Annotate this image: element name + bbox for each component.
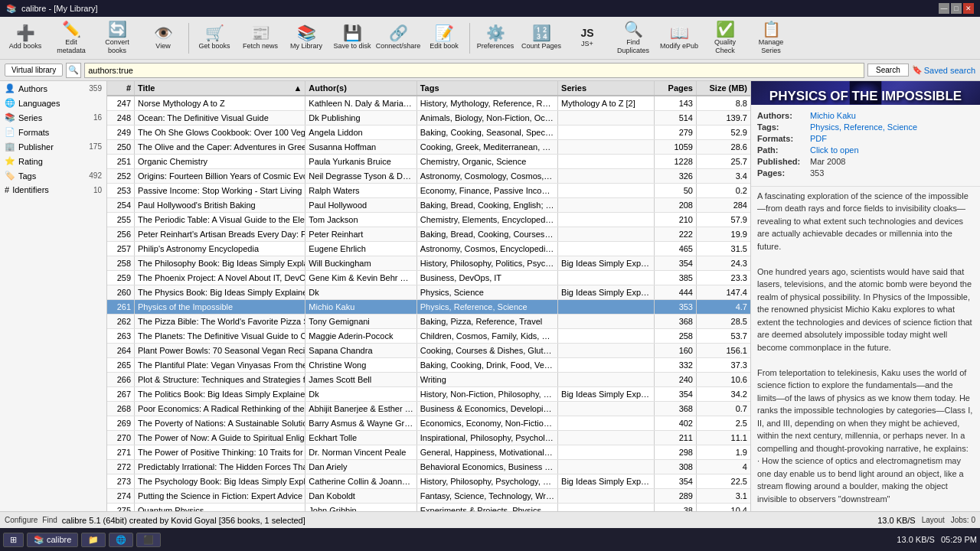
table-row[interactable]: 268 Poor Economics: A Radical Rethinking… [107, 402, 750, 416]
table-row[interactable]: 258 The Philosophy Book: Big Ideas Simpl… [107, 256, 750, 271]
connect-share-button[interactable]: 🔗 Connect/share [376, 19, 420, 57]
cell-tags: Baking, Cooking, Drink, Food, Vegan, Veg… [417, 358, 558, 372]
search-icon-box[interactable]: 🔍 [66, 63, 81, 78]
cell-author: Kathleen N. Daly & Marian ... [305, 96, 416, 110]
taskbar-browser[interactable]: 🌐 [109, 533, 133, 547]
table-row[interactable]: 260 The Physics Book: Big Ideas Simply E… [107, 285, 750, 300]
my-library-button[interactable]: 📚 My Library [284, 19, 328, 57]
layout-button[interactable]: Layout [922, 516, 945, 524]
table-row[interactable]: 266 Plot & Structure: Techniques and Str… [107, 373, 750, 387]
close-button[interactable]: ✕ [963, 3, 974, 14]
col-header-author[interactable]: Author(s) [305, 81, 416, 95]
table-row[interactable]: 273 The Psychology Book: Big Ideas Simpl… [107, 474, 750, 489]
save-to-disk-button[interactable]: 💾 Save to disk [330, 19, 374, 57]
modify-epub-button[interactable]: 📖 Modify ePub [657, 19, 701, 57]
cell-tags: Experiments & Projects, Physics, Quantum… [417, 504, 558, 511]
get-books-button[interactable]: 🛒 Get books [192, 19, 237, 57]
minimize-button[interactable]: — [939, 3, 949, 14]
table-row[interactable]: 263 The Planets: The Definitive Visual G… [107, 329, 750, 344]
jobs-button[interactable]: Jobs: 0 [951, 516, 975, 524]
col-header-title[interactable]: Title ▲ [135, 81, 305, 95]
table-row[interactable]: 253 Passive Income: Stop Working - Start… [107, 184, 750, 198]
table-row[interactable]: 271 The Power of Positive Thinking: 10 T… [107, 445, 750, 460]
sidebar-item-languages[interactable]: 🌐 Languages [0, 96, 106, 110]
quality-check-button[interactable]: ✅ Quality Check [703, 19, 747, 57]
meta-tags-value[interactable]: Physics, Reference, Science [810, 122, 917, 132]
taskbar-terminal[interactable]: ⬛ [136, 533, 161, 547]
table-row[interactable]: 250 The Olive and the Caper: Adventures … [107, 140, 750, 155]
col-header-series[interactable]: Series [558, 81, 655, 95]
find-duplicates-button[interactable]: 🔍 Find Duplicates [611, 19, 655, 57]
cell-num: 249 [107, 126, 135, 139]
col-header-pages[interactable]: Pages [655, 81, 697, 95]
col-header-size[interactable]: Size (MB) [697, 81, 750, 95]
col-header-tags[interactable]: Tags [417, 81, 558, 95]
preferences-button[interactable]: ⚙️ Preferences [473, 19, 518, 57]
sidebar-item-publisher[interactable]: 🏢 Publisher 175 [0, 139, 106, 154]
table-row[interactable]: 275 Quantum Physics John Gribbin Experim… [107, 504, 750, 511]
tags-icon: 🏷️ [5, 171, 15, 181]
taskbar-calibre[interactable]: 📚 calibre [27, 533, 78, 547]
edit-metadata-button[interactable]: ✏️ Edit metadata [49, 19, 93, 57]
meta-pages-value: 353 [810, 168, 824, 178]
table-row[interactable]: 261 Physics of the Impossible Michio Kak… [107, 300, 750, 315]
meta-authors-value[interactable]: Michio Kaku [810, 111, 856, 120]
cell-author: Sapana Chandra [305, 344, 416, 357]
save-to-disk-label: Save to disk [333, 42, 371, 51]
sidebar-item-identifiers[interactable]: # Identifiers 10 [0, 183, 106, 197]
view-button[interactable]: 👁️ View [141, 19, 185, 57]
count-pages-button[interactable]: 🔢 Count Pages [519, 19, 564, 57]
table-row[interactable]: 264 Plant Power Bowls: 70 Seasonal Vegan… [107, 344, 750, 358]
cell-series [558, 402, 655, 416]
table-row[interactable]: 252 Origins: Fourteen Billion Years of C… [107, 169, 750, 184]
table-row[interactable]: 259 The Phoenix Project: A Novel About I… [107, 271, 750, 285]
table-row[interactable]: 249 The Oh She Glows Cookbook: Over 100 … [107, 126, 750, 140]
network-speed: 13.0 KB/S [877, 516, 916, 525]
configure-button[interactable]: Configure [5, 516, 38, 524]
table-row[interactable]: 247 Norse Mythology A to Z Kathleen N. D… [107, 96, 750, 111]
sidebar-item-formats[interactable]: 📄 Formats [0, 125, 106, 139]
edit-book-button[interactable]: 📝 Edit book [422, 19, 466, 57]
taskbar-start[interactable]: ⊞ [3, 533, 24, 547]
table-row[interactable]: 262 The Pizza Bible: The World's Favorit… [107, 315, 750, 329]
meta-pages-label: Pages: [757, 168, 807, 178]
count-pages-label: Count Pages [521, 42, 561, 51]
sidebar-item-authors[interactable]: 👤 Authors 359 [0, 81, 106, 96]
table-row[interactable]: 270 The Power of Now: A Guide to Spiritu… [107, 431, 750, 445]
saved-search-button[interactable]: 🔖 Saved search [912, 65, 975, 75]
taskbar-files[interactable]: 📁 [81, 533, 106, 547]
cell-tags: Baking, Bread, Cooking, English; Scottis… [417, 198, 558, 212]
manage-series-button[interactable]: 📋 Manage Series [749, 19, 793, 57]
search-input[interactable] [84, 63, 864, 78]
meta-path-value[interactable]: Click to open [810, 145, 859, 155]
count-pages-icon: 🔢 [532, 25, 551, 41]
maximize-button[interactable]: □ [951, 3, 962, 14]
table-row[interactable]: 272 Predictably Irrational: The Hidden F… [107, 460, 750, 474]
cell-size: 24.3 [697, 256, 750, 270]
sidebar-item-tags[interactable]: 🏷️ Tags 492 [0, 168, 106, 183]
table-row[interactable]: 265 The Plantiful Plate: Vegan Vinyasas … [107, 358, 750, 373]
table-row[interactable]: 274 Putting the Science in Fiction: Expe… [107, 489, 750, 504]
table-row[interactable]: 251 Organic Chemistry Paula Yurkanis Bru… [107, 155, 750, 169]
table-row[interactable]: 254 Paul Hollywood's British Baking Paul… [107, 198, 750, 213]
fetch-news-button[interactable]: 📰 Fetch news [238, 19, 283, 57]
table-row[interactable]: 257 Philip's Astronomy Encyclopedia Euge… [107, 242, 750, 256]
cell-pages: 160 [655, 344, 697, 357]
add-books-button[interactable]: ➕ Add books [3, 19, 47, 57]
js-button[interactable]: JS JS+ [565, 19, 609, 57]
table-row[interactable]: 269 The Poverty of Nations: A Sustainabl… [107, 416, 750, 431]
virtual-library-button[interactable]: Virtual library [5, 64, 63, 77]
search-button[interactable]: Search [867, 64, 909, 77]
meta-formats-value[interactable]: PDF [810, 134, 827, 143]
cell-title: The Phoenix Project: A Novel About IT, D… [135, 271, 305, 285]
cell-title: The Power of Positive Thinking: 10 Trait… [135, 445, 305, 459]
table-row[interactable]: 256 Peter Reinhart's Artisan Breads Ever… [107, 227, 750, 242]
book-table[interactable]: # Title ▲ Author(s) Tags Series Pages Si… [107, 81, 750, 511]
sidebar-item-rating[interactable]: ⭐ Rating [0, 154, 106, 168]
sidebar-item-series[interactable]: 📚 Series 16 [0, 110, 106, 125]
find-button[interactable]: Find [42, 516, 57, 524]
table-row[interactable]: 267 The Politics Book: Big Ideas Simply … [107, 387, 750, 402]
convert-books-button[interactable]: 🔄 Convert books [95, 19, 139, 57]
table-row[interactable]: 248 Ocean: The Definitive Visual Guide D… [107, 111, 750, 126]
table-row[interactable]: 255 The Periodic Table: A Visual Guide t… [107, 213, 750, 227]
